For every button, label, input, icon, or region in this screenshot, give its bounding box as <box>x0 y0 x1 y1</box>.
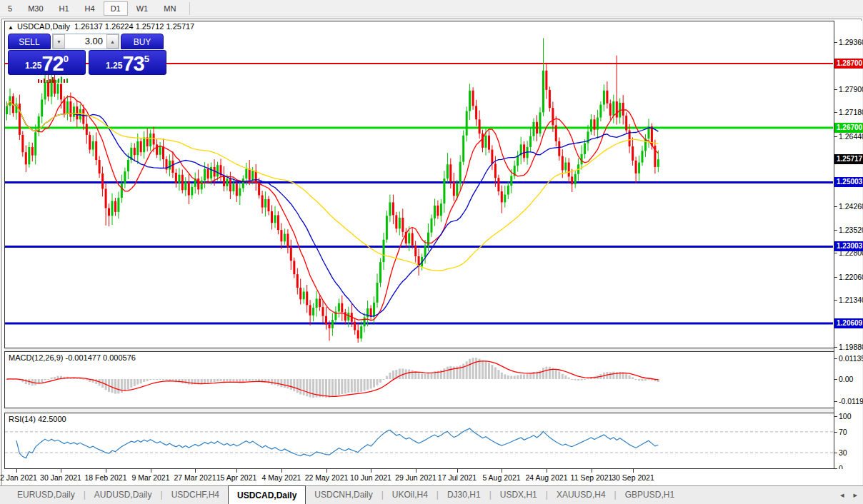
chart-ohlc-values: 1.26137 1.26224 1.25712 1.25717 <box>74 22 194 31</box>
axis-tick-mark <box>834 230 837 231</box>
axis-tick-mark <box>834 379 837 380</box>
axis-tick-mark <box>834 300 837 301</box>
timeframe-d1[interactable]: D1 <box>104 1 128 16</box>
tab-usdcnh-daily[interactable]: USDCNH,Daily <box>306 486 381 504</box>
tab-gbpusd-h1[interactable]: GBPUSD,H1 <box>617 486 683 504</box>
axis-tick-mark <box>834 453 837 453</box>
volume-decrease-button[interactable]: ▼ <box>53 34 65 49</box>
date-tick-mark <box>16 469 17 473</box>
date-label: 30 Jan 2021 <box>40 473 81 482</box>
timeframe-toolbar: 5M30H1H4D1W1MN <box>0 0 863 17</box>
axis-tick-label: 100 <box>839 412 852 420</box>
macd-label: MACD(12,26,9) -0.001477 0.000576 <box>9 353 136 362</box>
date-tick-mark <box>326 469 327 473</box>
tab-usdx-h1[interactable]: USDX,H1 <box>492 486 546 504</box>
date-label: 18 Feb 2021 <box>85 473 127 482</box>
tab-dj30-h1[interactable]: DJ30,H1 <box>439 486 489 504</box>
tick-bar <box>61 77 62 83</box>
volume-stepper: ▼ 3.00 ▲ <box>52 34 119 49</box>
tab-ukoil-h4[interactable]: UKOil,H4 <box>384 486 437 504</box>
tick-bar <box>64 79 65 83</box>
axis-tick-mark <box>834 253 837 253</box>
date-label: 30 Sep 2021 <box>612 473 654 482</box>
rsi-pane: RSI(14) 42.5000 <box>4 413 834 469</box>
axis-tick-label: 1.29360 <box>839 38 863 46</box>
date-tick-mark <box>592 469 592 473</box>
buy-price-panel[interactable]: 1.25 73 5 <box>89 50 166 75</box>
tick-volume-bars <box>38 76 68 83</box>
axis-tick-mark <box>834 416 837 417</box>
axis-tick-label: 1.26440 <box>839 132 863 141</box>
sell-price-big: 72 <box>41 54 63 73</box>
date-label: 4 May 2021 <box>262 473 301 482</box>
date-label: 22 May 2021 <box>305 473 349 482</box>
axis-tick-label: 1.21340 <box>839 296 863 304</box>
sell-price-sup: 0 <box>64 54 69 64</box>
buy-button[interactable]: BUY <box>121 34 164 49</box>
price-badge: 1.23003 <box>834 241 863 251</box>
date-tick-mark <box>371 469 371 473</box>
mt4-window: 5M30H1H4D1W1MN ▲USDCAD,Daily 1.26137 1.2… <box>0 0 863 504</box>
chart-title: ▲USDCAD,Daily 1.26137 1.26224 1.25712 1.… <box>8 22 194 31</box>
buy-price-prefix: 1.25 <box>106 61 122 71</box>
symbol-tabbar: EURUSD,Daily|AUDUSD,Daily|USDCHF,H4USDCA… <box>0 485 863 504</box>
tick-bar <box>55 80 56 83</box>
tick-bar <box>58 79 59 83</box>
chart-window: ▲USDCAD,Daily 1.26137 1.26224 1.25712 1.… <box>1 19 862 485</box>
volume-increase-button[interactable]: ▲ <box>106 34 119 49</box>
rsi-plot <box>5 413 833 468</box>
buy-price-big: 73 <box>122 54 144 73</box>
tab-eurusd-daily[interactable]: EURUSD,Daily <box>9 486 84 504</box>
sell-price-panel[interactable]: 1.25 72 0 <box>8 50 86 75</box>
axis-tick-label: 30 <box>839 448 847 457</box>
price-axis[interactable]: 1.293601.279001.271801.264401.242601.235… <box>834 21 862 469</box>
date-tick-mark <box>502 469 502 473</box>
timeframe-m30[interactable]: M30 <box>21 1 50 16</box>
date-tick-mark <box>457 469 458 473</box>
tab-usdcad-daily[interactable]: USDCAD,Daily <box>228 485 306 504</box>
time-axis[interactable]: 12 Jan 202130 Jan 202118 Feb 20219 Mar 2… <box>2 469 862 486</box>
date-tick-mark <box>236 469 237 473</box>
price-badge: 1.25003 <box>834 177 863 187</box>
timeframe-h1[interactable]: H1 <box>52 1 76 16</box>
date-label: 10 Jun 2021 <box>350 473 391 482</box>
date-label: 27 Mar 2021 <box>174 473 216 482</box>
tick-bar <box>52 77 54 83</box>
date-tick-mark <box>547 469 547 473</box>
axis-tick-mark <box>834 432 837 433</box>
date-tick-mark <box>195 469 196 473</box>
tab-scroll-right-icon[interactable]: ▸ <box>853 490 857 499</box>
buy-price-sup: 5 <box>144 54 149 64</box>
tab-scroll-arrows: ◂ ▸ <box>833 490 857 500</box>
tab-usdchf-h4[interactable]: USDCHF,H4 <box>163 486 228 504</box>
date-label: 9 Mar 2021 <box>131 473 169 482</box>
tick-bar <box>49 79 51 83</box>
tick-bar <box>44 79 45 83</box>
date-tick-mark <box>151 469 151 473</box>
tick-bar <box>66 79 68 83</box>
tab-audusd-daily[interactable]: AUDUSD,Daily <box>86 486 161 504</box>
macd-pane: MACD(12,26,9) -0.001477 0.000576 <box>4 351 834 408</box>
date-label: 17 Jul 2021 <box>438 473 477 482</box>
timeframe-h4[interactable]: H4 <box>78 1 102 16</box>
date-tick-mark <box>416 469 416 473</box>
collapse-arrow-icon[interactable]: ▲ <box>8 24 14 31</box>
axis-tick-mark <box>834 347 837 348</box>
timeframe-w1[interactable]: W1 <box>129 1 156 16</box>
price-badge: 1.25717 <box>834 154 863 164</box>
timeframe-5[interactable]: 5 <box>1 1 19 16</box>
date-tick-mark <box>106 469 106 473</box>
axis-tick-label: 1.27180 <box>839 108 863 116</box>
timeframe-mn[interactable]: MN <box>156 1 183 16</box>
toolbar-separator <box>189 2 190 15</box>
axis-tick-label: -0.01190 <box>839 397 863 405</box>
date-label: 15 Apr 2021 <box>216 473 257 482</box>
axis-tick-mark <box>834 206 837 207</box>
axis-tick-label: 1.19880 <box>839 343 863 351</box>
tab-xauusd-h4[interactable]: XAUUSD,H4 <box>548 486 614 504</box>
tick-bar <box>46 80 48 83</box>
chart-symbol-label: USDCAD,Daily <box>17 22 70 31</box>
volume-input[interactable]: 3.00 <box>65 34 106 49</box>
sell-button[interactable]: SELL <box>8 34 51 49</box>
tab-scroll-left-icon[interactable]: ◂ <box>840 490 844 499</box>
